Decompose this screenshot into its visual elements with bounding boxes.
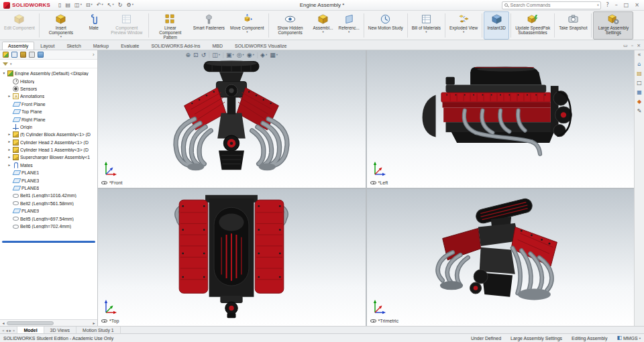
view-palette-icon[interactable]: ▦ bbox=[637, 90, 642, 95]
tree-item-cylinder-head-2-assembly[interactable]: Cylinder Head 2 Assembly<1> (D bbox=[0, 139, 97, 146]
first-tab-icon[interactable]: « bbox=[2, 328, 5, 333]
ribbon-button-move-component[interactable]: Move Component ▾ bbox=[227, 11, 266, 40]
file-explorer-icon[interactable]: □ bbox=[637, 80, 642, 86]
scroll-right-icon[interactable]: ▸ bbox=[91, 321, 97, 325]
viewport-left[interactable]: *Left bbox=[367, 50, 635, 188]
options-button[interactable]: ⚙▾ bbox=[125, 2, 135, 9]
doc-tab-model[interactable]: Model bbox=[17, 327, 44, 333]
tab-layout[interactable]: Layout bbox=[34, 42, 60, 50]
appearances-icon[interactable]: ◆ bbox=[637, 99, 641, 105]
scroll-left-icon[interactable]: ◂ bbox=[1, 321, 6, 325]
filter-caret-icon[interactable]: ▾ bbox=[10, 62, 12, 66]
maximize-button[interactable]: □ bbox=[623, 3, 631, 8]
viewport-trimetric[interactable]: *Trimetric bbox=[367, 189, 635, 327]
ribbon-button-show-hidden-components[interactable]: Show Hidden Components bbox=[270, 11, 311, 40]
panel-overflow-chevron-icon[interactable]: › bbox=[93, 52, 95, 58]
ribbon-button-component-preview-window[interactable]: Component Preview Window bbox=[107, 11, 147, 40]
previous-tab-icon[interactable]: ◂ bbox=[6, 328, 8, 333]
last-tab-icon[interactable]: » bbox=[13, 328, 15, 333]
ribbon-button-smart-fasteners[interactable]: Smart Fasteners bbox=[191, 11, 227, 40]
document-minimize-icon[interactable]: – bbox=[631, 43, 634, 48]
expand-toggle-icon[interactable] bbox=[2, 72, 6, 76]
tree-item-belt2[interactable]: Belt2 (Length=561.58mm) bbox=[0, 200, 97, 207]
taskpane-collapse-icon[interactable]: « bbox=[638, 52, 641, 58]
ribbon-button-mate[interactable]: Mate bbox=[81, 11, 107, 40]
expand-toggle-icon[interactable] bbox=[7, 133, 11, 137]
tab-evaluate[interactable]: Evaluate bbox=[115, 42, 145, 50]
dimxpertmanager-tab-icon[interactable] bbox=[29, 52, 35, 58]
tree-item-plane3[interactable]: PLANE3 bbox=[0, 176, 97, 184]
tree-item-mates[interactable]: Mates bbox=[0, 162, 97, 169]
document-restore-icon[interactable]: ▭ bbox=[623, 43, 628, 48]
tree-item-plane6[interactable]: PLANE6 bbox=[0, 184, 97, 192]
ribbon-button-exploded-view[interactable]: Exploded View ▾ bbox=[447, 11, 480, 40]
minimize-button[interactable]: – bbox=[614, 3, 619, 8]
rollback-bar[interactable] bbox=[2, 241, 95, 243]
displaymanager-tab-icon[interactable] bbox=[38, 52, 44, 58]
help-button[interactable]: ? bbox=[604, 3, 610, 8]
print-button[interactable]: ⊟▾ bbox=[85, 2, 94, 9]
ribbon-button-instant3d[interactable]: Instant3D bbox=[484, 11, 509, 40]
new-document-button[interactable]: ▯ bbox=[57, 2, 62, 9]
save-button[interactable]: ◫▾ bbox=[73, 2, 83, 9]
ribbon-button-edit-component[interactable]: Edit Component bbox=[1, 11, 38, 40]
tab-assembly[interactable]: Assembly bbox=[2, 42, 34, 50]
tab-solidworks-add-ins[interactable]: SOLIDWORKS Add-Ins bbox=[145, 42, 206, 50]
tree-item-sensors[interactable]: Sensors bbox=[0, 85, 97, 93]
close-button[interactable]: × bbox=[633, 3, 641, 8]
undo-button[interactable]: ↶▾ bbox=[95, 2, 105, 9]
tab-mbd[interactable]: MBD bbox=[207, 42, 229, 50]
solidworks-resources-icon[interactable]: ⌂ bbox=[637, 62, 641, 67]
filter-icon[interactable] bbox=[3, 62, 8, 66]
doc-tab-3d-views[interactable]: 3D Views bbox=[44, 327, 76, 333]
propertymanager-tab-icon[interactable] bbox=[11, 52, 17, 58]
tree-item-front-plane[interactable]: Front Plane bbox=[0, 101, 97, 108]
expand-toggle-icon[interactable] bbox=[7, 148, 11, 152]
search-caret-icon[interactable]: ▾ bbox=[597, 3, 598, 7]
ribbon-button-linear-component-pattern[interactable]: Linear Component Pattern ▾ bbox=[150, 11, 191, 40]
ribbon-button-bill-of-materials[interactable]: Bill of Materials ▾ bbox=[409, 11, 443, 40]
ribbon-button-update-speedpak[interactable]: Update SpeedPak Subassemblies bbox=[513, 11, 553, 40]
tree-item-belt6[interactable]: Belt6 (Length=702.4mm) bbox=[0, 223, 97, 230]
tree-item-cylinder-head-1-assembly[interactable]: Cylinder Head 1 Assembly<3> (D bbox=[0, 146, 97, 154]
expand-toggle-icon[interactable] bbox=[7, 164, 11, 168]
tree-item-supercharger-blower-assembly[interactable]: Supercharger Blower Assembly<1 bbox=[0, 154, 97, 161]
tab-sketch[interactable]: Sketch bbox=[60, 42, 87, 50]
ribbon-button-large-assembly-settings[interactable]: Large Assembly Settings bbox=[593, 11, 633, 40]
tree-item-plane1[interactable]: PLANE1 bbox=[0, 169, 97, 176]
design-library-icon[interactable]: ▤ bbox=[637, 71, 642, 76]
scrollbar-thumb[interactable] bbox=[7, 321, 54, 325]
tab-markup[interactable]: Markup bbox=[87, 42, 115, 50]
tree-item-engine-assembly[interactable]: Engine Assembly (Default) <Display bbox=[0, 70, 97, 77]
select-button[interactable]: ↖▾ bbox=[106, 2, 115, 9]
next-tab-icon[interactable]: ▸ bbox=[9, 328, 11, 333]
custom-properties-icon[interactable]: ✎ bbox=[637, 109, 642, 114]
tree-item-belt1[interactable]: Belt1 (Length=1016.42mm) bbox=[0, 192, 97, 199]
ribbon-button-insert-components[interactable]: Insert Components ▾ bbox=[41, 11, 81, 40]
ribbon-button-take-snapshot[interactable]: Take Snapshot bbox=[556, 11, 590, 40]
ribbon-button-reference-geometry[interactable]: Referenc... ▾ bbox=[336, 11, 362, 40]
unit-system-selector[interactable]: ◧ MMGS ▾ bbox=[616, 335, 641, 341]
document-close-icon[interactable]: × bbox=[637, 43, 641, 48]
tree-item-top-plane[interactable]: Top Plane bbox=[0, 108, 97, 115]
doc-tab-motion-study-1[interactable]: Motion Study 1 bbox=[76, 327, 121, 333]
open-document-button[interactable]: ▤ bbox=[64, 2, 72, 9]
expand-toggle-icon[interactable] bbox=[7, 140, 11, 144]
viewport-front[interactable]: ⊕ ⊡ ↺ ◫▾ ▣▾ ◎▾ ◉▾ ◈▾ ▦▾ bbox=[98, 50, 366, 188]
tree-item-annotations[interactable]: Annotations bbox=[0, 93, 97, 100]
tab-solidworks-visualize[interactable]: SOLIDWORKS Visualize bbox=[229, 42, 292, 50]
tree-item-plane9[interactable]: PLANE9 bbox=[0, 207, 97, 215]
ribbon-button-new-motion-study[interactable]: New Motion Study bbox=[366, 11, 406, 40]
tree-item-history[interactable]: History bbox=[0, 77, 97, 84]
tree-item-right-plane[interactable]: Right Plane bbox=[0, 115, 97, 123]
rebuild-button[interactable]: ↻ bbox=[117, 2, 124, 9]
search-input[interactable] bbox=[510, 3, 595, 7]
configurationmanager-tab-icon[interactable] bbox=[20, 52, 26, 58]
ribbon-button-assembly-features[interactable]: Assembl... ▾ bbox=[311, 11, 336, 40]
tree-item-belt5[interactable]: Belt5 (Length=697.54mm) bbox=[0, 215, 97, 222]
viewport-top[interactable]: *Top bbox=[98, 189, 366, 327]
tree-item-origin[interactable]: Origin bbox=[0, 123, 97, 131]
search-commands-box[interactable]: ▾ bbox=[502, 1, 601, 9]
expand-toggle-icon[interactable] bbox=[7, 156, 11, 160]
featuremanager-tab-icon[interactable] bbox=[3, 52, 9, 58]
